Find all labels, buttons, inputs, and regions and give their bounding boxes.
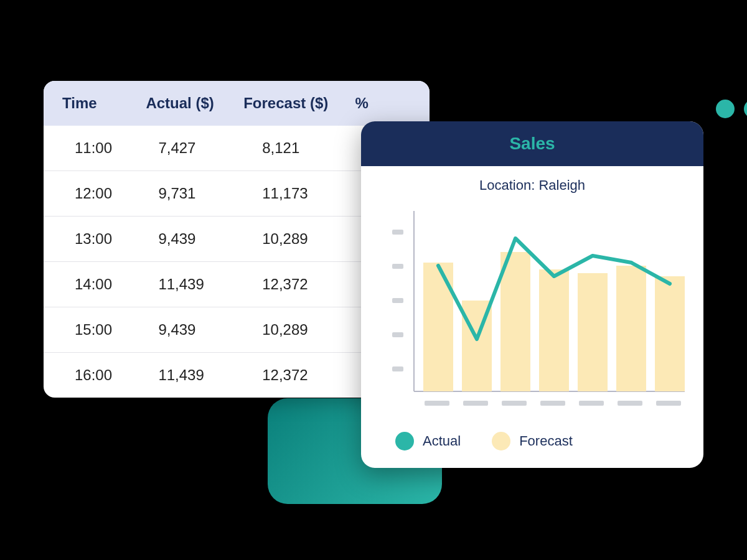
cell-actual: 9,731 [146,185,243,202]
svg-rect-12 [616,266,646,391]
cell-actual: 9,439 [146,321,243,338]
cell-forecast: 8,121 [243,139,355,157]
cell-time: 11:00 [62,139,146,157]
col-header-time: Time [62,95,146,112]
cell-forecast: 10,289 [243,230,355,248]
cell-forecast: 10,289 [243,321,355,338]
svg-rect-15 [463,401,488,406]
legend-swatch-actual-icon [395,432,414,450]
chart-plot-area [361,198,703,422]
cell-forecast: 11,173 [243,185,355,202]
chart-title: Sales [361,121,703,166]
col-header-pct: % [355,95,411,112]
svg-rect-13 [655,276,685,391]
cell-forecast: 12,372 [243,366,355,384]
cell-time: 13:00 [62,230,146,248]
sales-chart-card: Sales Location: Raleigh [361,121,703,468]
svg-rect-10 [539,269,569,391]
cell-time: 15:00 [62,321,146,338]
cell-forecast: 12,372 [243,276,355,293]
cell-actual: 11,439 [146,366,243,384]
svg-rect-3 [392,332,403,337]
pill-dot-icon [716,100,735,118]
legend-label-actual: Actual [423,433,461,449]
svg-rect-19 [618,401,642,406]
col-header-forecast: Forecast ($) [243,95,355,112]
svg-rect-9 [500,252,530,391]
svg-rect-14 [425,401,449,406]
svg-rect-18 [579,401,604,406]
svg-rect-20 [656,401,681,406]
chart-legend: Actual Forecast [361,422,703,468]
legend-item-actual: Actual [395,432,461,450]
cell-actual: 11,439 [146,276,243,293]
chart-subtitle: Location: Raleigh [361,166,703,198]
forecast-bars [423,252,685,391]
svg-rect-2 [392,298,403,303]
cell-time: 12:00 [62,185,146,202]
cell-actual: 9,439 [146,230,243,248]
svg-rect-0 [392,230,403,235]
cell-time: 14:00 [62,276,146,293]
table-header-row: Time Actual ($) Forecast ($) % [44,81,430,126]
pill-bar-1 [744,100,747,118]
svg-rect-4 [392,366,403,371]
legend-swatch-forecast-icon [492,432,510,450]
svg-rect-11 [578,273,608,391]
chart-svg [392,205,685,416]
svg-rect-16 [502,401,527,406]
cell-time: 16:00 [62,366,146,384]
legend-item-forecast: Forecast [492,432,573,450]
svg-rect-17 [540,401,565,406]
svg-rect-1 [392,264,403,269]
col-header-actual: Actual ($) [146,95,243,112]
legend-label-forecast: Forecast [519,433,573,449]
cell-actual: 7,427 [146,139,243,157]
